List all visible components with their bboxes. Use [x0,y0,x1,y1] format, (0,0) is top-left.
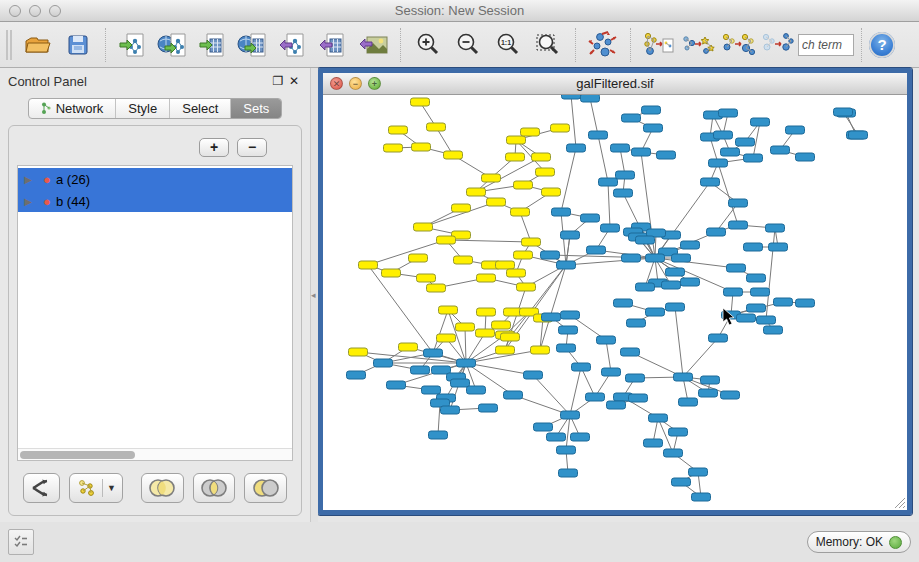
toolbar-separator [630,28,631,62]
toolbar: 1:1 [0,22,919,68]
set-list: ▶ ● a (26) ▶ ● b (44) [17,165,293,461]
tab-select-label: Select [182,101,218,116]
dropdown-arrow-icon[interactable]: ▼ [107,483,116,493]
app-title: Session: New Session [0,3,919,18]
network-frame-title: galFiltered.sif [323,76,907,91]
export-network-button[interactable] [273,26,313,64]
close-panel-icon[interactable]: ✕ [286,74,302,88]
apply-layout-icon [588,31,618,59]
panel-divider[interactable]: ◂ [310,68,318,522]
import-table-web-button[interactable] [233,26,273,64]
main-content: Control Panel ❐ ✕ Network Style Se [0,68,919,522]
export-table-button[interactable] [313,26,353,64]
split-arrows-icon [31,479,51,497]
memory-ok-dot-icon [889,536,902,549]
zoom-fit-button[interactable]: 1:1 [488,26,528,64]
network-frame[interactable]: ✕ − + galFiltered.sif [318,68,912,515]
import-network-web-icon [157,32,189,58]
memory-status-button[interactable]: Memory: OK [807,531,911,553]
set-row-b[interactable]: ▶ ● b (44) [18,190,292,212]
grow-selection-icon [721,31,755,59]
open-session-button[interactable] [18,26,58,64]
set-label: a (26) [56,172,90,187]
venn-intersection-icon [199,478,229,498]
control-panel-title: Control Panel [8,74,270,89]
float-panel-icon[interactable]: ❐ [270,74,286,88]
set-union-button[interactable] [141,473,184,503]
network-to-file-icon [642,31,674,59]
network-tab-icon [41,102,51,115]
set-actions: ▼ [17,461,293,507]
set-dot-icon: ● [38,172,56,187]
expand-triangle-icon[interactable]: ▶ [18,174,38,185]
open-folder-icon [24,33,52,57]
tab-style-label: Style [128,101,157,116]
copy-network-to-file-button[interactable] [638,26,678,64]
tab-sets[interactable]: Sets [231,99,281,118]
network-desktop: ✕ − + galFiltered.sif [318,68,919,522]
create-set-from-network-button[interactable]: ▼ [69,473,123,503]
save-session-button[interactable] [58,26,98,64]
control-panel-header: Control Panel ❐ ✕ [0,68,310,94]
tab-select[interactable]: Select [170,99,231,118]
tab-style[interactable]: Style [116,99,170,118]
set-row-a[interactable]: ▶ ● a (26) [18,168,292,190]
import-table-file-icon [199,32,227,58]
toolbar-separator [575,28,576,62]
help-button[interactable]: ? [869,32,895,58]
network-set-icon [76,479,98,497]
mouse-cursor-icon [323,95,907,510]
resize-grip[interactable] [892,495,906,509]
import-network-file-button[interactable] [113,26,153,64]
export-image-button[interactable] [353,26,393,64]
horizontal-scrollbar[interactable] [18,448,292,460]
set-label: b (44) [56,194,90,209]
toolbar-separator [861,28,862,62]
status-bar: Memory: OK [0,522,919,562]
export-network-icon [279,32,307,58]
add-set-button[interactable]: + [199,138,229,157]
zoom-one-to-one-icon: 1:1 [495,32,521,58]
set-add-remove: + − [17,134,293,165]
export-table-icon [319,32,347,58]
zoom-in-icon [415,32,441,58]
fade-unselected-icon [761,31,795,59]
set-difference-button[interactable] [244,473,287,503]
select-first-neighbors-button[interactable] [678,26,718,64]
control-panel-tabs: Network Style Select Sets [0,98,310,119]
zoom-out-button[interactable] [448,26,488,64]
set-intersection-button[interactable] [193,473,236,503]
venn-difference-icon [251,478,281,498]
tab-network-label: Network [56,101,104,116]
network-frame-titlebar[interactable]: ✕ − + galFiltered.sif [323,73,907,95]
save-floppy-icon [66,33,90,57]
import-network-file-icon [119,32,147,58]
zoom-selected-button[interactable] [528,26,568,64]
grow-selection-button[interactable] [718,26,758,64]
set-dot-icon: ● [38,194,56,209]
task-list-icon [14,535,28,547]
zoom-in-button[interactable] [408,26,448,64]
fade-unselected-button[interactable] [758,26,798,64]
expand-triangle-icon[interactable]: ▶ [18,196,38,207]
scrollbar-thumb[interactable] [20,451,135,459]
tab-network[interactable]: Network [29,99,117,118]
sets-panel: + − ▶ ● a (26) ▶ ● b (44) [8,125,302,516]
apply-layout-button[interactable] [583,26,623,64]
zoom-selected-icon [534,32,562,58]
remove-set-button[interactable]: − [237,138,267,157]
tab-sets-label: Sets [243,101,269,116]
import-network-web-button[interactable] [153,26,193,64]
import-table-web-icon [237,32,269,58]
first-neighbors-icon [681,31,715,59]
svg-text:1:1: 1:1 [501,39,511,46]
toolbar-grip[interactable] [6,30,12,60]
search-input[interactable] [798,34,854,56]
task-history-button[interactable] [8,529,34,555]
import-table-file-button[interactable] [193,26,233,64]
zoom-out-icon [455,32,481,58]
split-set-button[interactable] [23,473,60,503]
divider-collapse-icon[interactable]: ◂ [311,290,316,300]
network-canvas[interactable] [323,95,907,510]
export-image-icon [358,32,388,58]
